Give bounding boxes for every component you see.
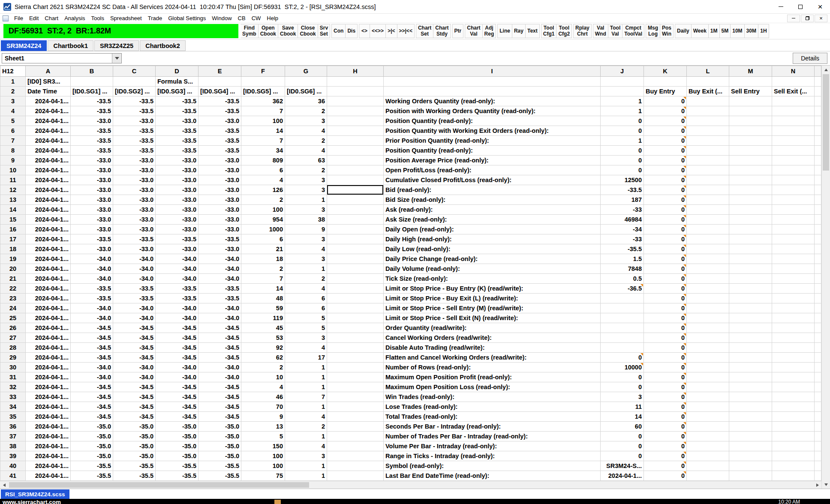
cell-B32[interactable]: -34.5 <box>71 382 113 392</box>
cell-M39[interactable] <box>729 451 772 461</box>
cell-A3[interactable]: 2024-04-1... <box>26 96 71 106</box>
row-header-5[interactable]: 5 <box>0 116 26 126</box>
cell-L9[interactable] <box>687 156 729 165</box>
cell-J21[interactable]: 0.5 <box>601 274 644 284</box>
chartbook-tab-sr3z24z25[interactable]: SR3Z24Z25 <box>94 40 139 51</box>
cell-F15[interactable]: 954 <box>241 215 285 225</box>
cell-D41[interactable]: -35.5 <box>156 471 198 481</box>
toolbar-button-open-cbook[interactable]: OpenCbook <box>258 24 278 38</box>
cell-J28[interactable] <box>601 343 644 353</box>
cell-B11[interactable]: -33.0 <box>71 175 113 185</box>
toolbar-button-text[interactable]: Text <box>525 24 540 38</box>
cell-G14[interactable]: 3 <box>285 205 327 215</box>
cell-L13[interactable] <box>687 195 729 205</box>
cell-F23[interactable]: 48 <box>241 294 285 303</box>
cell-A15[interactable]: 2024-04-1... <box>26 215 71 225</box>
cell-A41[interactable]: 2024-04-1... <box>26 471 71 481</box>
cell-H17[interactable] <box>327 234 384 244</box>
cell-J40[interactable]: SR3M24-S... <box>601 461 644 471</box>
cell-N33[interactable] <box>772 392 815 402</box>
cell-B5[interactable]: -33.0 <box>71 116 113 126</box>
cell-I32[interactable]: Maximum Open Position Loss (read-only): <box>384 382 601 392</box>
cell-C9[interactable]: -33.0 <box>113 156 156 165</box>
cell-A18[interactable]: 2024-04-1... <box>26 244 71 254</box>
cell-B41[interactable]: -35.5 <box>71 471 113 481</box>
cell-L36[interactable] <box>687 422 729 432</box>
cell-I2[interactable] <box>384 87 601 96</box>
menu-chart[interactable]: Chart <box>42 14 61 23</box>
cell-L7[interactable] <box>687 136 729 146</box>
cell-E40[interactable]: -35.5 <box>198 461 241 471</box>
toolbar-button-1h[interactable]: 1H <box>758 24 769 38</box>
cell-J18[interactable]: -35.5 <box>601 244 644 254</box>
cell-C7[interactable]: -33.5 <box>113 136 156 146</box>
cell-A6[interactable]: 2024-04-1... <box>26 126 71 136</box>
cell-H10[interactable] <box>327 165 384 175</box>
cell-H7[interactable] <box>327 136 384 146</box>
cell-A35[interactable]: 2024-04-1... <box>26 412 71 422</box>
cell-H20[interactable] <box>327 264 384 274</box>
cell-C6[interactable]: -33.5 <box>113 126 156 136</box>
row-header-4[interactable]: 4 <box>0 106 26 116</box>
cell-C18[interactable]: -33.0 <box>113 244 156 254</box>
cell-D35[interactable]: -34.5 <box>156 412 198 422</box>
cell-N23[interactable] <box>772 294 815 303</box>
cell-G31[interactable]: 1 <box>285 372 327 382</box>
cell-B21[interactable]: -34.0 <box>71 274 113 284</box>
cell-M30[interactable] <box>729 363 772 372</box>
cell-C14[interactable]: -33.0 <box>113 205 156 215</box>
cell-N30[interactable] <box>772 363 815 372</box>
cell-K22[interactable]: 0 <box>644 284 687 294</box>
menu-tools[interactable]: Tools <box>88 14 107 23</box>
cell-K20[interactable]: 0 <box>644 264 687 274</box>
scroll-right-button[interactable] <box>813 481 821 489</box>
cell-J14[interactable]: -33 <box>601 205 644 215</box>
cell-B37[interactable]: -35.0 <box>71 432 113 441</box>
cell-L32[interactable] <box>687 382 729 392</box>
cell-E4[interactable]: -33.5 <box>198 106 241 116</box>
cell-J39[interactable]: 0 <box>601 451 644 461</box>
cell-H40[interactable] <box>327 461 384 471</box>
cell-L6[interactable] <box>687 126 729 136</box>
cell-C4[interactable]: -33.5 <box>113 106 156 116</box>
row-header-33[interactable]: 33 <box>0 392 26 402</box>
cell-I30[interactable]: Number of Rows (read-only): <box>384 363 601 372</box>
row-header-26[interactable]: 26 <box>0 323 26 333</box>
cell-K25[interactable]: 0 <box>644 313 687 323</box>
cell-K35[interactable]: 0 <box>644 412 687 422</box>
cell-C24[interactable]: -34.0 <box>113 303 156 313</box>
cell-G6[interactable]: 4 <box>285 126 327 136</box>
cell-J17[interactable]: -33 <box>601 234 644 244</box>
menu-help[interactable]: Help <box>264 14 281 23</box>
cell-N20[interactable] <box>772 264 815 274</box>
cell-M10[interactable] <box>729 165 772 175</box>
cell-L28[interactable] <box>687 343 729 353</box>
cell-E7[interactable]: -33.5 <box>198 136 241 146</box>
cell-I6[interactable]: Position Quantity with Working Exit Orde… <box>384 126 601 136</box>
cell-G8[interactable]: 4 <box>285 146 327 156</box>
cell-J32[interactable]: 0 <box>601 382 644 392</box>
toolbar-button-30m[interactable]: 30M <box>744 24 758 38</box>
cell-J23[interactable] <box>601 294 644 303</box>
cell-I36[interactable]: Seconds Per Bar - Intraday (read-only): <box>384 422 601 432</box>
vscroll-thumb[interactable] <box>823 74 829 171</box>
cell-I1[interactable] <box>384 77 601 87</box>
cell-C37[interactable]: -35.0 <box>113 432 156 441</box>
cell-G12[interactable]: 3 <box>285 185 327 195</box>
toolbar-button-val-wnd[interactable]: ValWnd <box>593 24 608 38</box>
cell-N15[interactable] <box>772 215 815 225</box>
toolbar-button-cmpct-toolval[interactable]: CmpctToolVal <box>622 24 644 38</box>
cell-A21[interactable]: 2024-04-1... <box>26 274 71 284</box>
cell-C36[interactable]: -35.0 <box>113 422 156 432</box>
toolbar-button-ray[interactable]: Ray <box>512 24 526 38</box>
row-header-19[interactable]: 19 <box>0 254 26 264</box>
cell-N6[interactable] <box>772 126 815 136</box>
cell-K10[interactable]: 0 <box>644 165 687 175</box>
toolbar-button-blank[interactable]: >|< <box>385 24 397 38</box>
cell-B28[interactable]: -34.5 <box>71 343 113 353</box>
toolbar-button-save-cbook[interactable]: SaveCbook <box>278 24 298 38</box>
cell-G19[interactable]: 3 <box>285 254 327 264</box>
cell-M41[interactable] <box>729 471 772 481</box>
cell-I33[interactable]: Win Trades (read-only): <box>384 392 601 402</box>
cell-D17[interactable]: -33.5 <box>156 234 198 244</box>
